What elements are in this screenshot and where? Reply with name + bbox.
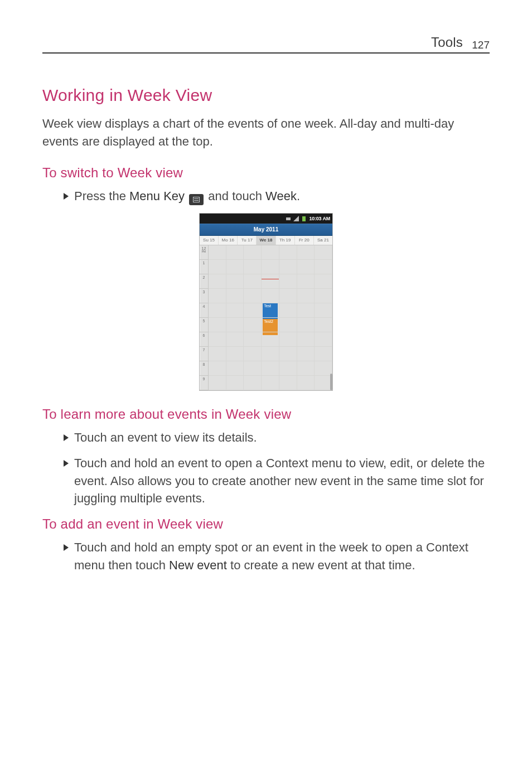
hour-label: 12PM [200,245,209,260]
menu-key-label: Menu Key [129,189,185,203]
bullet-arrow-icon [64,543,69,553]
bullet-add-event: Touch and hold an empty spot or an event… [42,539,490,574]
event-block[interactable]: Test2 [263,319,278,335]
current-time-indicator [262,279,279,279]
bullet-touch-event: Touch an event to view its details. [42,429,490,447]
status-notification-icon [286,214,291,224]
day-header[interactable]: Su 15 [200,236,219,245]
page-number: 127 [472,39,490,51]
hour-label: 6 [200,332,209,347]
intro-paragraph: Week view displays a chart of the events… [42,115,490,151]
step-text: Press the Menu Key and touch Week. [74,187,300,205]
day-header-row: Su 15 Mo 16 Tu 17 We 18 Th 19 Fr 20 Sa 2… [200,236,332,245]
menu-key-icon [189,194,204,205]
hour-label: 5 [200,318,209,332]
svg-marker-2 [293,216,299,221]
bullet-arrow-icon [64,459,69,469]
menu-target-week: Week [265,189,297,203]
day-header[interactable]: Sa 21 [314,236,332,245]
svg-marker-0 [64,193,69,200]
step-switch-week: Press the Menu Key and touch Week. [42,187,490,205]
heading-learn-more: To learn more about events in Week view [42,406,490,422]
svg-marker-6 [64,544,69,551]
screenshot-container: 10:03 AM May 2011 Su 15 Mo 16 Tu 17 We 1… [42,213,490,391]
hour-label: 8 [200,361,209,376]
step-mid: and touch [208,189,265,203]
hour-label: 4 [200,303,209,318]
signal-icon [293,214,299,224]
svg-rect-1 [286,217,291,220]
page-header: Tools 127 [42,31,490,54]
step-pre: Press the [74,189,129,203]
calendar-week-screenshot: 10:03 AM May 2011 Su 15 Mo 16 Tu 17 We 1… [199,213,333,391]
day-header[interactable]: Th 19 [276,236,295,245]
day-header[interactable]: Fr 20 [295,236,314,245]
hour-label: 2 [200,274,209,289]
svg-marker-5 [64,460,69,467]
calendar-title-bar: May 2011 [200,224,332,236]
week-grid-cells[interactable]: Test Test2 [209,245,332,390]
bullet-text: Touch an event to view its details. [74,429,257,447]
hour-label: 3 [200,289,209,303]
hour-column: 12PM 1 2 3 4 5 6 7 8 9 [200,245,209,390]
bullet-arrow-icon [64,433,69,443]
week-grid[interactable]: 12PM 1 2 3 4 5 6 7 8 9 [200,245,332,390]
svg-rect-3 [302,216,306,221]
bullet-text: Touch and hold an event to open a Contex… [74,454,490,508]
heading-working-week: Working in Week View [42,86,490,105]
status-bar: 10:03 AM [200,214,332,224]
add-event-post: to create a new event at that time. [227,558,415,572]
day-header[interactable]: Tu 17 [238,236,257,245]
day-header[interactable]: Mo 16 [219,236,238,245]
heading-switch-week: To switch to Week view [42,165,490,181]
hour-label: 1 [200,260,209,274]
step-post: . [297,189,300,203]
status-time: 10:03 AM [309,216,330,221]
event-block[interactable]: Test [263,303,278,319]
bullet-text: Touch and hold an empty spot or an event… [74,539,490,574]
heading-add-event: To add an event in Week view [42,516,490,532]
bullet-context-menu: Touch and hold an event to open a Contex… [42,454,490,508]
day-header-today[interactable]: We 18 [257,236,275,245]
hour-label: 7 [200,347,209,361]
scrollbar[interactable] [330,374,332,390]
new-event-label: New event [169,558,227,572]
bullet-arrow-icon [64,192,69,202]
section-label: Tools [431,35,463,50]
svg-marker-4 [64,434,69,441]
hour-label: 9 [200,376,209,390]
battery-icon [301,214,307,224]
